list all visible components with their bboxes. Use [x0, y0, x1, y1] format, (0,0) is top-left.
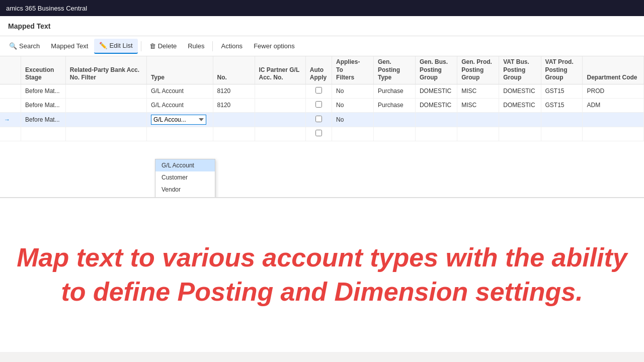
- type-cell[interactable]: G/L Account: [146, 84, 213, 98]
- actions-button[interactable]: Actions: [216, 39, 248, 54]
- vat-prod-cell: GST15: [541, 98, 583, 112]
- col-vat-prod: VAT Prod.PostingGroup: [541, 56, 583, 84]
- dropdown-option[interactable]: Vendor: [155, 184, 215, 196]
- gen-bus-cell: DOMESTIC: [415, 98, 457, 112]
- exec-stage-cell: Before Mat...: [21, 84, 65, 98]
- dropdown-option[interactable]: G/L Account: [155, 159, 215, 171]
- row-indicator: [0, 98, 21, 112]
- separator-2: [212, 41, 213, 51]
- page-title: Mapped Text: [8, 22, 51, 30]
- table-container: ExceutionStage Related-Party Bank Acc.No…: [0, 56, 644, 197]
- col-related-party: Related-Party Bank Acc.No. Filter: [65, 56, 146, 84]
- delete-icon: 🗑: [149, 42, 156, 50]
- vat-bus-cell: DOMESTIC: [499, 84, 541, 98]
- col-ic-partner: IC Partner G/LAcc. No.: [255, 56, 305, 84]
- app-title: amics 365 Business Central: [6, 5, 87, 12]
- gen-posting-cell: [374, 112, 416, 127]
- fewer-options-button[interactable]: Fewer options: [249, 39, 300, 54]
- table-header-row: ExceutionStage Related-Party Bank Acc.No…: [0, 56, 644, 84]
- ic-partner-cell[interactable]: [255, 112, 305, 127]
- dropdown-option[interactable]: Customer: [155, 171, 215, 184]
- gen-prod-cell: MISC: [457, 98, 499, 112]
- toolbar: 🔍 Search Mapped Text ✏️ Edit List 🗑 Dele…: [0, 36, 644, 56]
- search-icon: 🔍: [9, 42, 17, 50]
- vat-prod-cell: [541, 127, 583, 141]
- vat-bus-cell: [499, 112, 541, 127]
- no-cell: 8120: [213, 84, 255, 98]
- col-applies-to: Applies-ToFilters: [332, 56, 374, 84]
- gen-prod-cell: [457, 127, 499, 141]
- edit-list-icon: ✏️: [99, 42, 107, 49]
- col-gen-posting: Gen.PostingType: [374, 56, 416, 84]
- table-row: →Before Mat...G/L Accou...No: [0, 112, 644, 127]
- edit-list-button[interactable]: ✏️ Edit List: [94, 39, 137, 54]
- type-cell[interactable]: G/L Accou...: [146, 112, 213, 127]
- table-row: Before Mat...G/L Account8120NoPurchaseDO…: [0, 84, 644, 98]
- exec-stage-cell: Before Mat...: [21, 112, 65, 127]
- col-vat-bus: VAT Bus.PostingGroup: [499, 56, 541, 84]
- related-party-cell[interactable]: [65, 98, 146, 112]
- exec-stage-cell: Before Mat...: [21, 98, 65, 112]
- row-indicator: →: [0, 112, 21, 127]
- col-indicator: [0, 56, 21, 84]
- search-button[interactable]: 🔍 Search: [4, 39, 45, 54]
- no-cell: [213, 112, 255, 127]
- applies-to-cell: No: [332, 84, 374, 98]
- exec-stage-cell: [21, 127, 65, 141]
- auto-apply-cell[interactable]: [305, 84, 332, 98]
- row-indicator: [0, 127, 21, 141]
- type-cell[interactable]: G/L Account: [146, 98, 213, 112]
- applies-to-cell: No: [332, 98, 374, 112]
- type-cell[interactable]: [146, 127, 213, 141]
- type-select[interactable]: G/L Accou...: [151, 115, 206, 125]
- vat-prod-cell: [541, 112, 583, 127]
- dropdown-option[interactable]: Bank Account: [155, 196, 215, 197]
- ic-partner-cell[interactable]: [255, 98, 305, 112]
- gen-bus-cell: DOMESTIC: [415, 84, 457, 98]
- rules-button[interactable]: Rules: [183, 39, 209, 54]
- col-dept-code: Department Code: [583, 56, 644, 84]
- dept-code-cell: ADM: [583, 98, 644, 112]
- mapped-text-button[interactable]: Mapped Text: [46, 39, 93, 54]
- related-party-cell[interactable]: [65, 84, 146, 98]
- overlay-text: Map text to various account types with t…: [10, 241, 634, 309]
- no-cell: [213, 127, 255, 141]
- delete-button[interactable]: 🗑 Delete: [144, 39, 182, 54]
- gen-bus-cell: [415, 112, 457, 127]
- ic-partner-cell[interactable]: [255, 127, 305, 141]
- vat-bus-cell: DOMESTIC: [499, 98, 541, 112]
- page-header: Mapped Text: [0, 16, 644, 36]
- type-dropdown-menu: G/L AccountCustomerVendorBank AccountFix…: [155, 159, 215, 197]
- col-gen-prod: Gen. Prod.PostingGroup: [457, 56, 499, 84]
- vat-prod-cell: GST15: [541, 84, 583, 98]
- col-exec-stage: ExceutionStage: [21, 56, 65, 84]
- dept-code-cell: PROD: [583, 84, 644, 98]
- gen-prod-cell: [457, 112, 499, 127]
- title-bar: amics 365 Business Central: [0, 0, 644, 16]
- gen-prod-cell: MISC: [457, 84, 499, 98]
- related-party-cell[interactable]: [65, 112, 146, 127]
- gen-bus-cell: [415, 127, 457, 141]
- table-row: Before Mat...G/L Account8120NoPurchaseDO…: [0, 98, 644, 112]
- col-no: No.: [213, 56, 255, 84]
- no-cell: 8120: [213, 98, 255, 112]
- dept-code-cell: [583, 112, 644, 127]
- ic-partner-cell[interactable]: [255, 84, 305, 98]
- table-row: [0, 127, 644, 141]
- vat-bus-cell: [499, 127, 541, 141]
- gen-posting-cell: Purchase: [374, 84, 416, 98]
- mapped-text-table: ExceutionStage Related-Party Bank Acc.No…: [0, 56, 644, 141]
- auto-apply-cell[interactable]: [305, 98, 332, 112]
- col-gen-bus: Gen. Bus.PostingGroup: [415, 56, 457, 84]
- separator-1: [141, 41, 141, 51]
- applies-to-cell: [332, 127, 374, 141]
- col-auto-apply: AutoApply: [305, 56, 332, 84]
- bottom-overlay: Map text to various account types with t…: [0, 197, 644, 352]
- auto-apply-cell[interactable]: [305, 112, 332, 127]
- auto-apply-cell[interactable]: [305, 127, 332, 141]
- row-indicator: [0, 84, 21, 98]
- applies-to-cell: No: [332, 112, 374, 127]
- gen-posting-cell: [374, 127, 416, 141]
- col-type: Type: [146, 56, 213, 84]
- related-party-cell[interactable]: [65, 127, 146, 141]
